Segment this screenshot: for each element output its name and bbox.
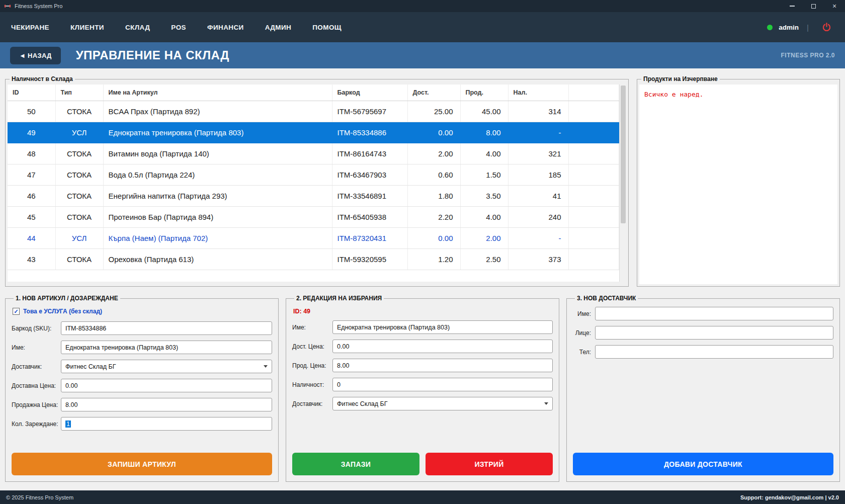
col-header-price[interactable]: Прод. [460,85,508,101]
supplier-contact-input[interactable] [595,326,833,340]
supplier-name-label: Име: [573,310,595,317]
supplier-select[interactable]: Фитнес Склад БГ [61,360,272,373]
cell-cost: 0.60 [407,164,460,185]
edit-stock-input[interactable]: 0 [332,378,553,391]
edit-name-value: Еднократна тренировка (Партида 803) [337,324,450,331]
cell-id: 44 [8,227,55,248]
cell-barcode: ITM-86164743 [332,143,407,164]
name-field-row: Име: Еднократна тренировка (Партида 803) [12,341,272,354]
service-checkbox[interactable]: ✓ [13,308,20,315]
nav-item-warehouse[interactable]: СКЛАД [125,24,150,31]
cell-cost: 2.00 [407,143,460,164]
inventory-table: ID Тип Име на Артикул Баркод Дост. Прод.… [8,85,626,282]
table-row[interactable]: 43СТОКАОреховка (Партида 613)ITM-5932059… [8,248,619,270]
cost-price-field-row: Доставна Цена: 0.00 [12,379,272,392]
cell-price: 45.00 [460,101,508,122]
nav-item-checkin[interactable]: ЧЕКИРАНЕ [11,24,49,31]
cell-qty: 41 [508,185,568,206]
supplier-contact-label: Лице: [573,329,595,337]
cell-type: СТОКА [55,164,103,185]
cell-name: Еднократна тренировка (Партида 803) [103,122,332,143]
nav-item-finance[interactable]: ФИНАНСИ [207,24,244,31]
cell-cost: 1.20 [407,248,460,270]
edit-cost-input[interactable]: 0.00 [332,340,553,353]
online-status-dot [767,25,773,30]
low-stock-frame-title: Продукти на Изчерпване [641,75,720,82]
sell-price-input[interactable]: 8.00 [61,398,272,411]
supplier-name-field-row: Име: [573,307,833,320]
cell-type: СТОКА [55,101,103,122]
nav-item-pos[interactable]: POS [171,24,186,31]
cell-qty: 185 [508,164,568,185]
edit-price-label: Прод. Цена: [292,362,332,369]
cell-cost: 2.20 [407,206,460,227]
edit-stock-label: Наличност: [292,381,332,388]
col-header-cost[interactable]: Дост. [407,85,460,101]
cell-barcode: ITM-59320595 [332,248,407,270]
nav-item-help[interactable]: ПОМОЩ [312,24,342,31]
col-header-stock[interactable]: Нал. [508,85,568,101]
name-input[interactable]: Еднократна тренировка (Партида 803) [61,341,272,354]
cell-id: 49 [8,122,55,143]
table-row[interactable]: 47СТОКАВода 0.5л (Партида 224)ITM-634679… [8,164,619,185]
col-header-type[interactable]: Тип [55,85,103,101]
sell-price-field-row: Продажна Цена: 8.00 [12,398,272,411]
maximize-button[interactable] [803,0,824,12]
logged-in-user: admin [779,24,799,31]
supplier-phone-input[interactable] [595,345,833,359]
col-header-name[interactable]: Име на Артикул [103,85,332,101]
scrollbar-thumb[interactable] [621,86,626,223]
col-header-barcode[interactable]: Баркод [332,85,407,101]
table-row[interactable]: 49УСЛЕднократна тренировка (Партида 803)… [8,122,619,143]
table-row[interactable]: 44УСЛКърпа (Наем) (Партида 702)ITM-87320… [8,227,619,248]
edit-price-input[interactable]: 8.00 [332,359,553,372]
cell-id: 45 [8,206,55,227]
cost-price-input[interactable]: 0.00 [61,379,272,392]
save-item-button[interactable]: ЗАПИШИ АРТИКУЛ [12,453,272,475]
save-changes-button[interactable]: ЗАПАЗИ [292,453,419,475]
page-header: ◄ НАЗАД УПРАВЛЕНИЕ НА СКЛАД FITNESS PRO … [0,42,845,68]
table-header-row: ID Тип Име на Артикул Баркод Дост. Прод.… [8,85,619,101]
inventory-frame: Наличност в Склада ID Тип Име на Артикул [5,75,629,287]
edit-stock-field-row: Наличност: 0 [292,378,553,391]
cell-barcode: ITM-65405938 [332,206,407,227]
inventory-rows: 50СТОКАBCAA Прах (Партида 892)ITM-567956… [8,101,619,270]
chevron-down-icon [544,402,548,405]
page-title: УПРАВЛЕНИЕ НА СКЛАД [76,48,229,62]
table-row[interactable]: 50СТОКАBCAA Прах (Партида 892)ITM-567956… [8,101,619,122]
table-row[interactable]: 46СТОКАЕнергийна напитка (Партида 293)IT… [8,185,619,206]
cell-id: 43 [8,248,55,270]
app-window: Fitness System Pro × ЧЕКИРАНЕ КЛИЕНТИ СК… [0,0,845,504]
service-checkbox-label[interactable]: Това е УСЛУГА (без склад) [23,308,102,315]
logout-button[interactable] [817,19,836,35]
add-supplier-button[interactable]: ДОБАВИ ДОСТАВЧИК [573,453,833,475]
table-row[interactable]: 45СТОКАПротеинов Бар (Партида 894)ITM-65… [8,206,619,227]
table-scrollbar[interactable] [619,85,626,282]
edit-supplier-value: Фитнес Склад БГ [337,400,387,407]
back-button[interactable]: ◄ НАЗАД [10,47,61,64]
cost-price-value: 0.00 [65,382,77,389]
restock-qty-input[interactable]: 1 [61,417,272,431]
sell-price-label: Продажна Цена: [12,401,61,408]
new-supplier-frame-title: 3. НОВ ДОСТАВЧИК [575,295,638,302]
titlebar: Fitness System Pro × [0,0,845,12]
supplier-contact-field-row: Лице: [573,326,833,340]
col-header-id[interactable]: ID [8,85,55,101]
nav-separator: | [807,23,809,32]
supplier-value: Фитнес Склад БГ [65,363,116,370]
minimize-button[interactable] [782,0,803,12]
delete-item-button[interactable]: ИЗТРИЙ [426,453,553,475]
barcode-input[interactable]: ITM-85334886 [61,321,272,335]
cell-price: 2.00 [460,227,508,248]
edit-supplier-select[interactable]: Фитнес Склад БГ [332,397,553,410]
edit-name-input[interactable]: Еднократна тренировка (Партида 803) [332,320,553,334]
supplier-name-input[interactable] [595,307,833,320]
cell-type: УСЛ [55,227,103,248]
nav-item-admin[interactable]: АДМИН [265,24,292,31]
close-button[interactable]: × [824,0,845,12]
new-item-frame: 1. НОВ АРТИКУЛ / ДОЗАРЕЖДАНЕ ✓ Това е УС… [5,295,279,482]
table-row[interactable]: 48СТОКАВитамин вода (Партида 140)ITM-861… [8,143,619,164]
nav-item-clients[interactable]: КЛИЕНТИ [70,24,104,31]
cell-id: 47 [8,164,55,185]
cell-filler [568,227,619,248]
